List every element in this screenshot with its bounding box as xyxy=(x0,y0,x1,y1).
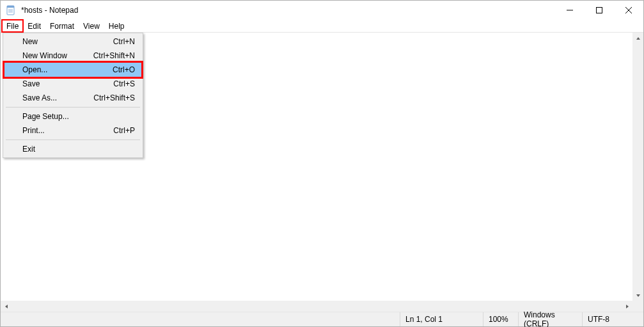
svg-marker-10 xyxy=(636,294,640,297)
status-bar: Ln 1, Col 1 100% Windows (CRLF) UTF-8 xyxy=(1,312,643,326)
file-menu-new-window[interactable]: New Window Ctrl+Shift+N xyxy=(4,49,141,63)
svg-marker-9 xyxy=(636,37,640,40)
menu-view[interactable]: View xyxy=(79,20,104,32)
menu-bar: File Edit Format View Help xyxy=(1,20,643,33)
status-zoom: 100% xyxy=(483,312,519,326)
menu-separator xyxy=(6,140,140,140)
file-menu-save-label: Save xyxy=(22,79,40,88)
file-menu-new-window-label: New Window xyxy=(22,51,67,60)
file-menu-page-setup-label: Page Setup... xyxy=(22,112,69,121)
scroll-left-icon[interactable] xyxy=(1,301,12,312)
file-menu-new-shortcut: Ctrl+N xyxy=(113,37,135,46)
file-menu-save-as-label: Save As... xyxy=(22,93,57,102)
svg-rect-6 xyxy=(597,8,602,13)
window-controls xyxy=(555,1,643,20)
file-menu-dropdown: New Ctrl+N New Window Ctrl+Shift+N Open.… xyxy=(3,33,143,158)
file-menu-save-as-shortcut: Ctrl+Shift+S xyxy=(93,93,135,102)
file-menu-open-shortcut: Ctrl+O xyxy=(113,65,135,74)
file-menu-new-window-shortcut: Ctrl+Shift+N xyxy=(93,51,135,60)
scroll-down-icon[interactable] xyxy=(632,290,643,301)
svg-rect-1 xyxy=(7,6,14,8)
notepad-window: *hosts - Notepad File Edit Format View H… xyxy=(0,0,644,327)
file-menu-print[interactable]: Print... Ctrl+P xyxy=(4,124,141,138)
svg-marker-11 xyxy=(5,305,8,308)
maximize-button[interactable] xyxy=(585,1,614,20)
file-menu-new[interactable]: New Ctrl+N xyxy=(4,35,141,49)
status-position: Ln 1, Col 1 xyxy=(400,312,483,326)
menu-format[interactable]: Format xyxy=(45,20,79,32)
file-menu-print-shortcut: Ctrl+P xyxy=(113,126,135,135)
status-spacer xyxy=(1,312,400,326)
file-menu-page-setup[interactable]: Page Setup... xyxy=(4,109,141,124)
menu-help[interactable]: Help xyxy=(104,20,129,32)
scroll-corner xyxy=(632,301,643,312)
horizontal-scrollbar[interactable] xyxy=(1,301,632,312)
file-menu-exit[interactable]: Exit xyxy=(4,142,141,156)
file-menu-save-as[interactable]: Save As... Ctrl+Shift+S xyxy=(4,91,141,105)
file-menu-save[interactable]: Save Ctrl+S xyxy=(4,77,141,91)
menu-separator xyxy=(6,107,140,108)
status-line-ending: Windows (CRLF) xyxy=(519,312,583,326)
minimize-button[interactable] xyxy=(555,1,585,20)
file-menu-save-shortcut: Ctrl+S xyxy=(113,79,135,88)
file-menu-open-label: Open... xyxy=(22,65,47,74)
close-button[interactable] xyxy=(614,1,643,20)
file-menu-print-label: Print... xyxy=(22,126,45,135)
scroll-up-icon[interactable] xyxy=(632,33,643,44)
file-menu-open[interactable]: Open... Ctrl+O xyxy=(4,63,141,77)
file-menu-new-label: New xyxy=(22,37,38,46)
svg-marker-12 xyxy=(626,305,629,308)
status-encoding: UTF-8 xyxy=(583,312,643,326)
window-title: *hosts - Notepad xyxy=(20,6,555,15)
title-bar: *hosts - Notepad xyxy=(1,1,643,20)
menu-file[interactable]: File xyxy=(2,20,23,32)
vertical-scrollbar[interactable] xyxy=(632,33,643,301)
menu-edit[interactable]: Edit xyxy=(23,20,45,32)
scroll-right-icon[interactable] xyxy=(622,301,632,312)
file-menu-exit-label: Exit xyxy=(22,145,35,154)
notepad-icon xyxy=(6,5,16,15)
